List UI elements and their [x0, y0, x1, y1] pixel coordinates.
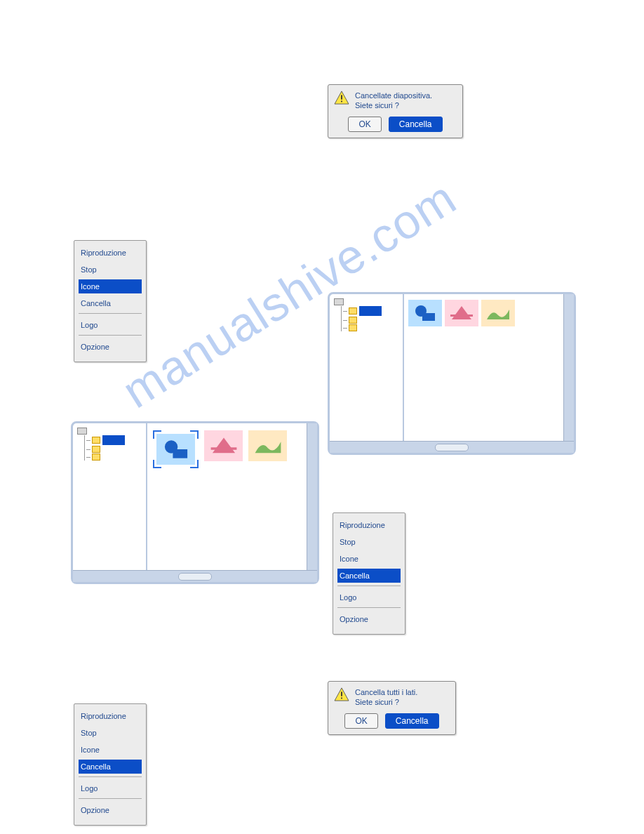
context-menu-icone: Riproduzione Stop Icone Cancella Logo Op… [74, 240, 147, 362]
svg-rect-8 [173, 449, 187, 458]
svg-rect-4 [422, 313, 435, 321]
scroll-handle[interactable] [435, 444, 469, 451]
menu-item-opzione[interactable]: Opzione [79, 340, 142, 354]
viewer-screen-large-thumbs [71, 421, 319, 584]
folder-tree-pane [73, 423, 147, 570]
svg-rect-10 [210, 447, 236, 449]
svg-rect-2 [341, 101, 342, 102]
shape-icon [484, 303, 512, 324]
shape-icon [252, 433, 284, 458]
thumb-selection-frame [153, 430, 199, 468]
slide-thumb-3[interactable] [248, 430, 287, 461]
dialog-message: Cancella tutti i lati. Siete sicuri ? [355, 687, 417, 708]
svg-marker-5 [452, 306, 471, 319]
menu-item-riproduzione[interactable]: Riproduzione [79, 709, 142, 723]
menu-separator [337, 585, 401, 586]
menu-item-cancella[interactable]: Cancella [79, 760, 142, 774]
svg-rect-6 [450, 315, 473, 317]
svg-rect-12 [341, 691, 342, 696]
cancel-button[interactable]: Cancella [389, 117, 443, 132]
horizontal-scrollbar[interactable] [73, 570, 317, 582]
menu-separator [79, 776, 142, 777]
slide-thumb-2[interactable] [204, 430, 243, 461]
shape-icon [411, 303, 439, 324]
warning-icon [334, 91, 349, 105]
horizontal-scrollbar[interactable] [330, 441, 574, 453]
thumbnail-pane [404, 294, 563, 441]
menu-item-logo[interactable]: Logo [79, 318, 142, 332]
menu-separator [79, 313, 142, 314]
menu-item-stop[interactable]: Stop [79, 726, 142, 740]
menu-separator [337, 607, 401, 608]
cancel-button[interactable]: Cancella [385, 713, 439, 729]
shape-icon [160, 437, 192, 462]
menu-item-icone[interactable]: Icone [337, 552, 401, 566]
menu-separator [79, 798, 142, 799]
viewer-screen-small-thumbs [328, 292, 576, 455]
tree-folder[interactable] [343, 317, 400, 324]
menu-item-riproduzione[interactable]: Riproduzione [79, 246, 142, 260]
vertical-scrollbar[interactable] [563, 294, 574, 441]
slide-thumb-1[interactable] [408, 300, 442, 326]
ok-button[interactable]: OK [348, 117, 381, 132]
menu-item-stop[interactable]: Stop [79, 263, 142, 277]
folder-icon [92, 437, 100, 444]
menu-separator [79, 335, 142, 336]
tree-root[interactable] [334, 298, 400, 305]
drive-icon [334, 298, 344, 305]
slide-thumb-3[interactable] [481, 300, 515, 326]
confirm-dialog-delete-slide: Cancellate diapositiva. Siete sicuri ? O… [328, 84, 463, 138]
menu-item-opzione[interactable]: Opzione [337, 612, 401, 626]
tree-root[interactable] [77, 428, 143, 435]
tree-folder[interactable] [86, 446, 143, 453]
slide-thumb-2[interactable] [445, 300, 478, 326]
menu-item-icone[interactable]: Icone [79, 279, 142, 293]
confirm-dialog-delete-all: Cancella tutti i lati. Siete sicuri ? OK… [328, 681, 456, 735]
menu-item-riproduzione[interactable]: Riproduzione [337, 518, 401, 532]
folder-icon [349, 307, 357, 315]
warning-icon [334, 687, 349, 701]
dialog-message: Cancellate diapositiva. Siete sicuri ? [355, 91, 432, 111]
menu-item-stop[interactable]: Stop [337, 535, 401, 549]
folder-icon [92, 446, 100, 453]
folder-icon [349, 317, 357, 324]
menu-item-logo[interactable]: Logo [79, 781, 142, 795]
scroll-handle[interactable] [178, 573, 212, 581]
tree-folder[interactable] [86, 435, 143, 445]
svg-marker-9 [212, 438, 234, 454]
tree-folder[interactable] [343, 306, 400, 316]
drive-icon [77, 428, 87, 435]
menu-item-icone[interactable]: Icone [79, 743, 142, 757]
shape-icon [208, 433, 240, 458]
svg-rect-1 [341, 95, 342, 99]
tree-folder[interactable] [86, 454, 143, 461]
tree-folder[interactable] [343, 324, 400, 331]
context-menu-cancella-right: Riproduzione Stop Icone Cancella Logo Op… [333, 512, 405, 635]
thumbnail-pane [147, 423, 307, 570]
menu-item-cancella[interactable]: Cancella [337, 569, 401, 583]
menu-item-logo[interactable]: Logo [337, 590, 401, 604]
ok-button[interactable]: OK [344, 713, 377, 729]
shape-icon [448, 303, 476, 324]
svg-rect-13 [341, 698, 342, 699]
menu-item-cancella[interactable]: Cancella [79, 296, 142, 310]
folder-icon [349, 324, 357, 331]
folder-tree-pane [330, 294, 404, 441]
menu-item-opzione[interactable]: Opzione [79, 803, 142, 817]
vertical-scrollbar[interactable] [307, 423, 317, 570]
slide-thumb-1[interactable] [156, 434, 195, 465]
folder-icon [92, 454, 100, 461]
context-menu-cancella-left: Riproduzione Stop Icone Cancella Logo Op… [74, 703, 147, 826]
